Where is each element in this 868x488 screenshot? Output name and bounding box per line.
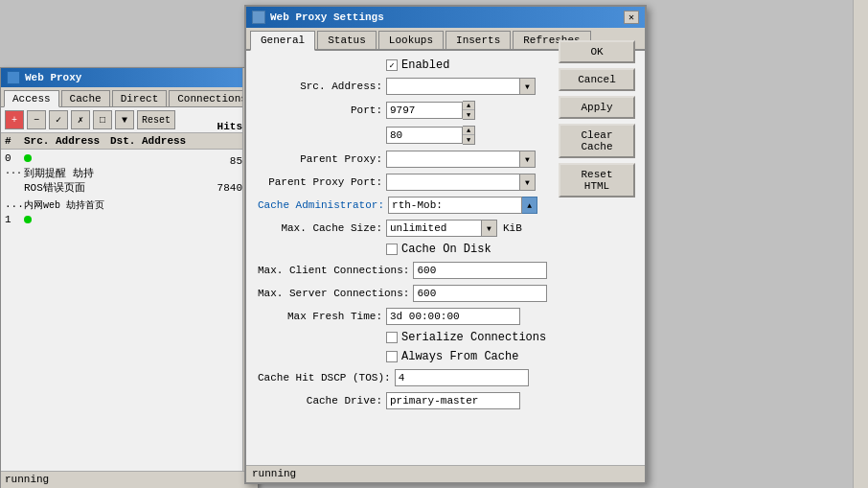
remove-button[interactable]: − — [27, 110, 46, 129]
enabled-label: Enabled — [401, 58, 449, 72]
port-label: Port: — [258, 105, 382, 116]
bg-window-titlebar: Web Proxy — [1, 68, 258, 87]
port2-spin-up[interactable]: ▲ — [463, 127, 474, 135]
cache-hit-dscp-input[interactable] — [395, 369, 529, 386]
right-scrollbar[interactable] — [853, 0, 868, 488]
cache-on-disk-label: Cache On Disk — [401, 243, 491, 256]
max-server-conn-label: Max. Server Connections: — [258, 288, 409, 299]
tab-general[interactable]: General — [250, 31, 315, 51]
status-dot — [24, 216, 32, 223]
parent-proxy-port-dropdown[interactable]: ▼ — [520, 174, 536, 191]
web-proxy-settings-dialog: Web Proxy Settings ✕ General Status Look… — [244, 5, 647, 484]
clear-cache-button[interactable]: Clear Cache — [559, 124, 635, 158]
cache-admin-label: Cache Administrator: — [258, 199, 384, 211]
tab-status[interactable]: Status — [317, 31, 377, 49]
parent-proxy-label: Parent Proxy: — [258, 153, 382, 165]
check-button[interactable]: ✓ — [49, 110, 68, 129]
hits-column: Hits 85 7840 — [175, 121, 242, 194]
bg-tabs: Access Cache Direct Connections Cac — [1, 87, 258, 107]
cache-drive-label: Cache Drive: — [258, 395, 382, 407]
parent-proxy-port-label: Parent Proxy Port: — [258, 176, 382, 188]
max-fresh-time-input[interactable] — [386, 308, 520, 325]
add-button[interactable]: + — [5, 110, 24, 129]
port2-spin-down[interactable]: ▼ — [463, 135, 474, 144]
serialize-label: Serialize Connections — [401, 331, 546, 344]
table-row: 1 — [5, 213, 254, 226]
reset-html-button[interactable]: Reset HTML — [559, 163, 635, 198]
bg-tab-direct[interactable]: Direct — [112, 90, 168, 106]
bg-window-title: Web Proxy — [25, 72, 81, 83]
max-client-conn-row: Max. Client Connections: — [258, 262, 633, 279]
port-spin-down[interactable]: ▼ — [463, 110, 474, 119]
max-cache-size-row: Max. Cache Size: ▼ KiB — [258, 220, 633, 237]
serialize-checkbox[interactable] — [386, 332, 398, 343]
bg-tab-access[interactable]: Access — [4, 90, 59, 107]
cache-admin-dropdown[interactable]: ▲ — [522, 197, 537, 214]
cache-drive-row: Cache Drive: — [258, 392, 633, 409]
ok-button[interactable]: OK — [559, 40, 635, 63]
cache-hit-dscp-row: Cache Hit DSCP (TOS): — [258, 369, 633, 386]
table-row: ... 内网web 劫持首页 — [5, 198, 254, 213]
max-client-conn-input[interactable] — [413, 262, 547, 279]
cache-drive-input[interactable] — [386, 392, 520, 409]
port2-input[interactable] — [386, 127, 463, 144]
status-dot — [24, 154, 32, 162]
dialog-status: running — [252, 468, 296, 479]
enabled-checkbox[interactable] — [386, 59, 398, 71]
max-fresh-time-row: Max Fresh Time: — [258, 308, 633, 325]
close-button[interactable]: ✕ — [624, 11, 639, 24]
dialog-title: Web Proxy Settings — [270, 12, 384, 23]
bg-tab-cache[interactable]: Cache — [61, 90, 110, 106]
kib-label: KiB — [503, 222, 522, 234]
cache-on-disk-row: Cache On Disk — [386, 243, 633, 256]
src-address-label: Src. Address: — [258, 81, 382, 92]
cross-button[interactable]: ✗ — [71, 110, 90, 129]
tab-lookups[interactable]: Lookups — [378, 31, 444, 49]
max-cache-size-dropdown[interactable]: ▼ — [482, 220, 497, 237]
max-client-conn-label: Max. Client Connections: — [258, 265, 409, 276]
apply-button[interactable]: Apply — [559, 96, 635, 119]
dialog-status-bar: running — [246, 465, 645, 482]
parent-proxy-dropdown[interactable]: ▼ — [520, 151, 536, 168]
dialog-titlebar: Web Proxy Settings ✕ — [246, 7, 645, 28]
max-server-conn-row: Max. Server Connections: — [258, 285, 633, 302]
bg-status-bar: running — [1, 471, 258, 488]
cancel-button[interactable]: Cancel — [559, 68, 635, 91]
max-fresh-time-label: Max Fresh Time: — [258, 311, 382, 322]
cache-on-disk-checkbox[interactable] — [386, 244, 398, 255]
port-input[interactable] — [386, 102, 463, 119]
max-server-conn-input[interactable] — [413, 285, 547, 302]
cache-hit-dscp-label: Cache Hit DSCP (TOS): — [258, 372, 391, 383]
dialog-icon — [252, 11, 265, 24]
filter-button[interactable]: ▼ — [115, 110, 134, 129]
parent-proxy-input[interactable] — [386, 151, 520, 168]
max-cache-size-input[interactable] — [386, 220, 482, 237]
copy-button[interactable]: □ — [93, 110, 112, 129]
reset-button[interactable]: Reset — [137, 110, 175, 129]
tab-inserts[interactable]: Inserts — [445, 31, 511, 49]
src-address-input[interactable] — [386, 78, 520, 95]
parent-proxy-port-input[interactable] — [386, 174, 520, 191]
cache-admin-input[interactable] — [388, 197, 522, 214]
always-from-cache-checkbox[interactable] — [386, 351, 398, 362]
serialize-row: Serialize Connections — [386, 331, 633, 344]
always-from-cache-label: Always From Cache — [401, 350, 518, 363]
bg-window-icon — [7, 71, 20, 84]
right-panel — [657, 0, 868, 488]
dialog-buttons: OK Cancel Apply Clear Cache Reset HTML — [559, 40, 635, 198]
cache-admin-row: Cache Administrator: ▲ — [258, 197, 633, 214]
bg-web-proxy-window: Web Proxy Access Cache Direct Connection… — [0, 67, 259, 488]
port-spin-up[interactable]: ▲ — [463, 102, 474, 110]
max-cache-size-label: Max. Cache Size: — [258, 222, 382, 234]
src-address-dropdown[interactable]: ▼ — [520, 78, 536, 95]
always-from-cache-row: Always From Cache — [386, 350, 633, 363]
